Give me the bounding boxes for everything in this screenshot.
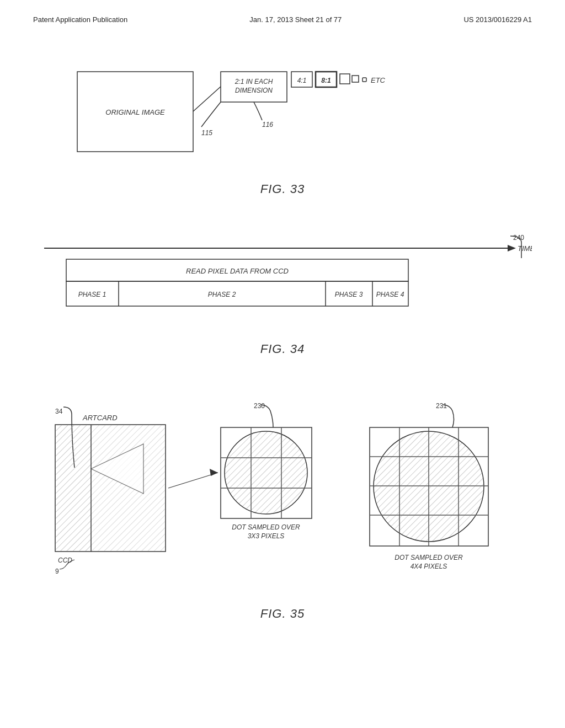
svg-line-52 [168, 473, 218, 488]
svg-text:ETC: ETC [371, 76, 386, 84]
svg-text:115: 115 [201, 129, 212, 137]
svg-text:9: 9 [55, 568, 59, 575]
fig34-caption: FIG. 34 [33, 342, 532, 356]
fig35-diagram: 34 ARTCARD CCD 9 230 [33, 397, 532, 596]
svg-rect-1 [221, 72, 287, 102]
svg-text:34: 34 [55, 408, 63, 415]
svg-text:TIME: TIME [518, 244, 532, 253]
svg-text:4X4 PIXELS: 4X4 PIXELS [411, 563, 447, 570]
fig33-caption: FIG. 33 [33, 182, 532, 196]
svg-rect-0 [77, 72, 193, 152]
svg-text:3X3 PIXELS: 3X3 PIXELS [248, 532, 285, 540]
page-header: Patent Application Publication Jan. 17, … [33, 15, 532, 24]
svg-rect-4 [340, 74, 350, 84]
fig33-section: ETC ORIGINAL IMAGE 2:1 IN EACH DIMENSION… [33, 55, 532, 196]
header-center: Jan. 17, 2013 Sheet 21 of 77 [249, 15, 342, 24]
svg-text:230: 230 [254, 402, 265, 410]
svg-marker-53 [210, 469, 218, 476]
svg-text:PHASE 1: PHASE 1 [78, 291, 106, 298]
fig33-diagram: ETC ORIGINAL IMAGE 2:1 IN EACH DIMENSION… [33, 55, 532, 176]
fig35-section: 34 ARTCARD CCD 9 230 [33, 397, 532, 621]
svg-text:PHASE 4: PHASE 4 [376, 291, 404, 298]
fig34-diagram: TIME 240 READ PIXEL DATA FROM CCD PHASE … [33, 232, 532, 331]
svg-text:CCD: CCD [58, 556, 72, 564]
svg-rect-36 [56, 425, 92, 551]
svg-text:8:1: 8:1 [321, 77, 331, 84]
svg-text:PHASE 2: PHASE 2 [208, 291, 236, 298]
svg-text:DOT SAMPLED OVER: DOT SAMPLED OVER [232, 523, 300, 531]
svg-text:2:1 IN EACH: 2:1 IN EACH [234, 78, 273, 85]
fig34-section: TIME 240 READ PIXEL DATA FROM CCD PHASE … [33, 232, 532, 356]
svg-text:DOT SAMPLED OVER: DOT SAMPLED OVER [395, 554, 463, 561]
svg-text:PHASE 3: PHASE 3 [335, 291, 363, 298]
svg-rect-38 [92, 425, 165, 551]
svg-rect-2 [291, 72, 312, 87]
header-right: US 2013/0016229 A1 [463, 15, 532, 24]
svg-rect-5 [352, 76, 359, 82]
svg-point-45 [225, 431, 307, 514]
header-left: Patent Application Publication [33, 15, 127, 24]
svg-text:ARTCARD: ARTCARD [82, 414, 118, 422]
svg-text:116: 116 [262, 121, 273, 129]
svg-text:DIMENSION: DIMENSION [235, 87, 273, 94]
svg-marker-17 [508, 245, 516, 251]
svg-text:231: 231 [436, 402, 447, 410]
svg-rect-3 [316, 72, 337, 87]
svg-text:4:1: 4:1 [297, 77, 307, 84]
svg-text:READ PIXEL DATA FROM CCD: READ PIXEL DATA FROM CCD [186, 267, 289, 275]
svg-text:ORIGINAL IMAGE: ORIGINAL IMAGE [105, 108, 165, 116]
svg-line-13 [193, 87, 221, 111]
svg-rect-6 [363, 78, 366, 82]
fig35-caption: FIG. 35 [33, 607, 532, 621]
